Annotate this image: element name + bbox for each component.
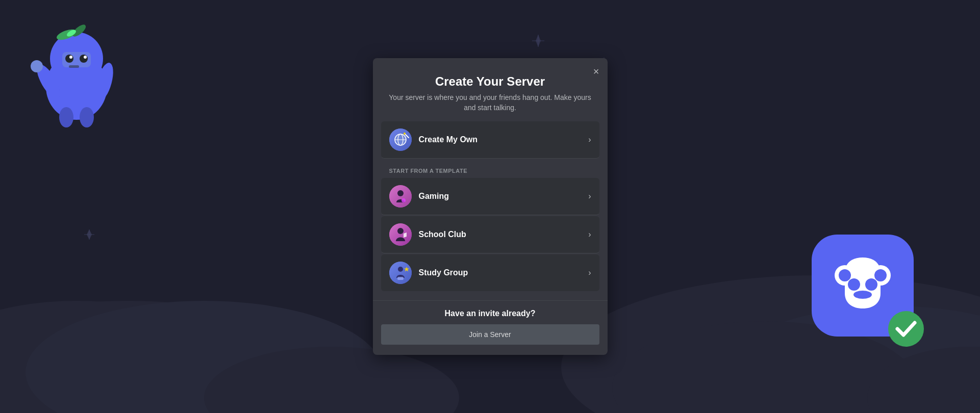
create-my-own-chevron: › bbox=[588, 135, 591, 144]
create-my-own-item[interactable]: Create My Own › bbox=[381, 121, 599, 159]
school-club-label: School Club bbox=[419, 230, 589, 239]
svg-point-42 bbox=[389, 223, 412, 246]
svg-rect-46 bbox=[397, 277, 404, 280]
gaming-item[interactable]: Gaming › bbox=[381, 178, 599, 215]
modal-overlay: × Create Your Server Your server is wher… bbox=[0, 0, 980, 413]
study-group-icon bbox=[389, 262, 412, 284]
study-group-chevron: › bbox=[588, 268, 591, 277]
footer-title: Have an invite already? bbox=[381, 309, 599, 318]
svg-point-38 bbox=[404, 133, 406, 135]
gaming-chevron: › bbox=[588, 192, 591, 201]
join-server-button[interactable]: Join a Server bbox=[381, 324, 599, 345]
close-button[interactable]: × bbox=[593, 66, 599, 76]
modal-footer: Have an invite already? Join a Server bbox=[373, 300, 608, 355]
create-my-own-label: Create My Own bbox=[419, 135, 589, 144]
svg-point-44 bbox=[389, 262, 412, 284]
svg-point-45 bbox=[398, 267, 403, 272]
svg-point-41 bbox=[401, 198, 406, 202]
school-club-icon bbox=[389, 223, 412, 246]
svg-point-40 bbox=[397, 190, 404, 196]
section-template-label: START FROM A TEMPLATE bbox=[381, 160, 599, 178]
modal-body: Create My Own › START FROM A TEMPLATE bbox=[373, 121, 608, 300]
gaming-icon bbox=[389, 185, 412, 208]
modal-header: Create Your Server Your server is where … bbox=[373, 58, 608, 121]
create-my-own-icon bbox=[389, 128, 412, 151]
study-group-label: Study Group bbox=[419, 268, 589, 277]
gaming-label: Gaming bbox=[419, 192, 589, 201]
school-club-chevron: › bbox=[588, 230, 591, 239]
create-server-modal: × Create Your Server Your server is wher… bbox=[373, 58, 608, 354]
modal-subtitle: Your server is where you and your friend… bbox=[385, 93, 595, 113]
svg-point-43 bbox=[397, 228, 404, 234]
modal-title: Create Your Server bbox=[385, 74, 595, 89]
study-group-item[interactable]: Study Group › bbox=[381, 254, 599, 291]
school-club-item[interactable]: School Club › bbox=[381, 216, 599, 253]
